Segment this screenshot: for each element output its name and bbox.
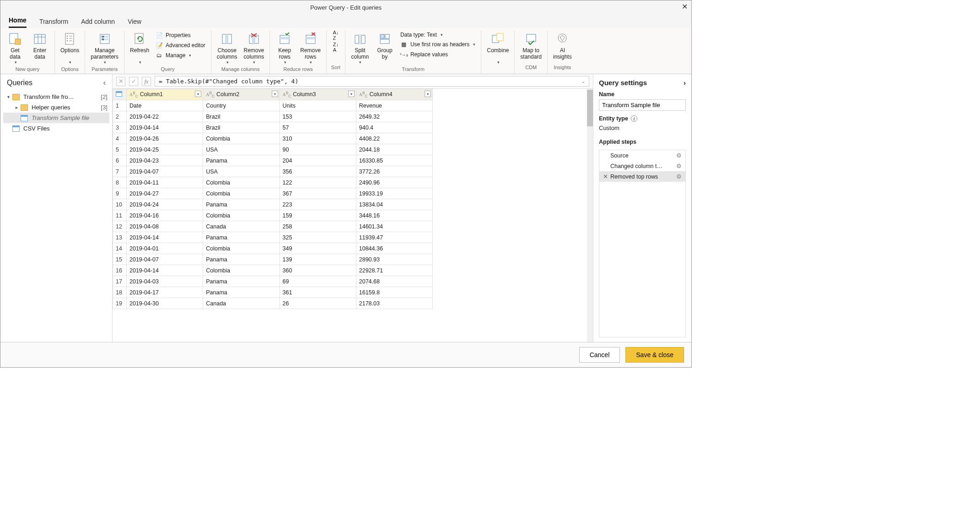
table-row[interactable]: 172019-04-03Panama692074.68 [113,276,433,287]
table-row[interactable]: 52019-04-25USA902044.18 [113,144,433,155]
row-number[interactable]: 16 [113,265,127,276]
cell[interactable]: 2044.18 [356,144,432,155]
table-row[interactable]: 142019-04-01Colombia34910844.36 [113,243,433,254]
combine-button[interactable]: Combine▾ [485,31,511,65]
cell[interactable]: USA [203,166,280,177]
cell[interactable]: 310 [280,133,356,144]
replace-values-button[interactable]: ¹→₂Replace values [398,50,477,59]
cell[interactable]: 2649.32 [356,111,432,122]
cell[interactable]: 26 [280,298,356,309]
cell[interactable]: 2019-04-27 [127,188,203,199]
cell[interactable]: Units [280,100,356,111]
query-item[interactable]: CSV Files [3,123,109,134]
collapse-icon[interactable]: ▸ [14,105,19,110]
applied-step[interactable]: Changed column t…⚙ [599,161,685,171]
column-filter-icon[interactable]: ▾ [272,91,278,97]
cell[interactable]: Colombia [203,210,280,221]
cell[interactable]: 2890.93 [356,254,432,265]
keep-rows-button[interactable]: Keep rows▾ [274,31,296,65]
tab-view[interactable]: View [128,18,141,28]
table-row[interactable]: 32019-04-14Brazil57940.4 [113,122,433,133]
cell[interactable]: 2074.68 [356,276,432,287]
ai-insights-button[interactable]: AI insights [551,31,574,61]
tab-add-column[interactable]: Add column [81,18,115,28]
gear-icon[interactable]: ⚙ [676,152,682,159]
column-filter-icon[interactable]: ▾ [425,91,431,97]
properties-button[interactable]: 📄Properties [154,31,207,40]
row-number[interactable]: 4 [113,133,127,144]
map-to-standard-button[interactable]: Map to standard [518,31,544,61]
column-header[interactable]: ABCColumn3▾ [280,89,356,100]
applied-step[interactable]: Source⚙ [599,150,685,161]
cell[interactable]: 22928.71 [356,265,432,276]
column-header[interactable]: ABCColumn4▾ [356,89,432,100]
cell[interactable]: 153 [280,111,356,122]
cell[interactable]: USA [203,144,280,155]
query-item[interactable]: ▸Helper queries[3] [3,102,109,113]
choose-columns-button[interactable]: Choose columns▾ [215,31,239,65]
cell[interactable]: 159 [280,210,356,221]
cell[interactable]: 2019-04-14 [127,122,203,133]
table-row[interactable]: 72019-04-07USA3563772.26 [113,166,433,177]
column-filter-icon[interactable]: ▾ [348,91,355,97]
cell[interactable]: 2019-04-30 [127,298,203,309]
applied-step[interactable]: ✕Removed top rows⚙ [599,171,685,182]
remove-rows-button[interactable]: Remove rows▾ [298,31,323,65]
column-header[interactable]: ABCColumn1▾ [127,89,203,100]
cell[interactable]: Colombia [203,188,280,199]
row-number[interactable]: 2 [113,111,127,122]
formula-cancel-icon[interactable]: ✕ [116,77,125,86]
cell[interactable]: Colombia [203,177,280,188]
cell[interactable]: 367 [280,188,356,199]
cell[interactable]: 258 [280,221,356,232]
fx-icon[interactable]: fx [142,77,151,86]
cell[interactable]: 57 [280,122,356,133]
row-number[interactable]: 3 [113,122,127,133]
table-row[interactable]: 162019-04-14Colombia36022928.71 [113,265,433,276]
cell[interactable]: 2019-04-14 [127,232,203,243]
cell[interactable]: 16159.8 [356,287,432,298]
table-row[interactable]: 132019-04-14Panama32511939.47 [113,232,433,243]
row-number[interactable]: 17 [113,276,127,287]
cell[interactable]: Revenue [356,100,432,111]
cell[interactable]: 14601.34 [356,221,432,232]
cell[interactable]: 360 [280,265,356,276]
cell[interactable]: 13834.04 [356,199,432,210]
remove-columns-button[interactable]: Remove columns▾ [242,31,266,65]
cell[interactable]: 69 [280,276,356,287]
tab-home[interactable]: Home [9,16,27,28]
options-button[interactable]: Options▾ [59,31,81,65]
split-column-button[interactable]: Split column▾ [349,31,371,65]
query-item[interactable]: Transform Sample file [3,113,109,123]
cell[interactable]: 122 [280,177,356,188]
cell[interactable]: 2019-04-24 [127,199,203,210]
first-row-headers-button[interactable]: ▦Use first row as headers▾ [398,40,477,49]
save-close-button[interactable]: Save & close [625,347,684,363]
cell[interactable]: Colombia [203,265,280,276]
row-number[interactable]: 11 [113,210,127,221]
tab-transform[interactable]: Transform [39,18,68,28]
cell[interactable]: 2019-04-17 [127,287,203,298]
cell[interactable]: 19933.19 [356,188,432,199]
row-number[interactable]: 12 [113,221,127,232]
cell[interactable]: Panama [203,232,280,243]
cell[interactable]: 2019-04-01 [127,243,203,254]
table-row[interactable]: 112019-04-16Colombia1593448.16 [113,210,433,221]
cell[interactable]: 356 [280,166,356,177]
row-number[interactable]: 14 [113,243,127,254]
cell[interactable]: Brazil [203,122,280,133]
refresh-button[interactable]: Refresh▾ [128,31,151,65]
cell[interactable]: 223 [280,199,356,210]
cell[interactable]: Panama [203,287,280,298]
cell[interactable]: Colombia [203,133,280,144]
cell[interactable]: Panama [203,254,280,265]
cell[interactable]: 2019-04-11 [127,177,203,188]
row-number[interactable]: 6 [113,155,127,166]
table-row[interactable]: 1DateCountryUnitsRevenue [113,100,433,111]
cell[interactable]: 349 [280,243,356,254]
cell[interactable]: 3448.16 [356,210,432,221]
delete-step-icon[interactable]: ✕ [603,173,608,180]
cell[interactable]: 2019-04-08 [127,221,203,232]
row-number[interactable]: 13 [113,232,127,243]
cell[interactable]: 16330.85 [356,155,432,166]
